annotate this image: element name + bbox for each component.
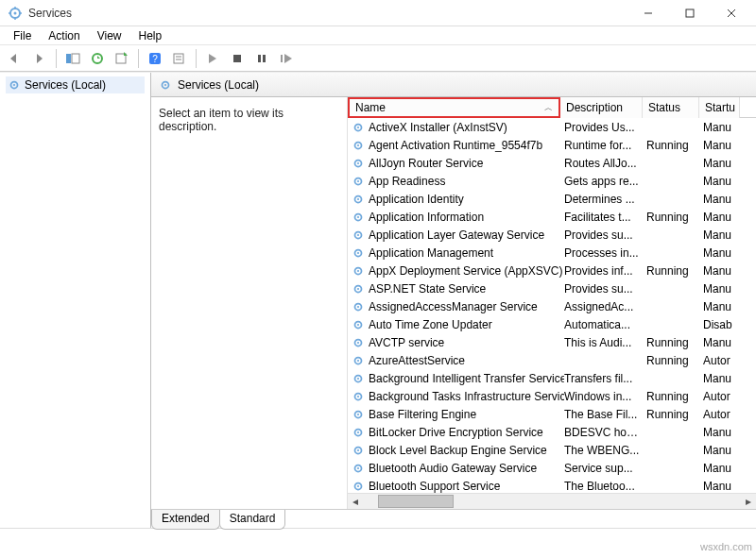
refresh-button[interactable] — [111, 48, 133, 69]
service-row[interactable]: Bluetooth Audio Gateway ServiceService s… — [348, 459, 756, 477]
service-name-cell: ActiveX Installer (AxInstSV) — [352, 121, 564, 134]
service-row[interactable]: Background Intelligent Transfer ServiceT… — [348, 369, 756, 387]
service-name-cell: Agent Activation Runtime_9554f7b — [352, 139, 564, 152]
service-row[interactable]: ActiveX Installer (AxInstSV)Provides Us.… — [348, 118, 756, 136]
service-desc-cell: The WBENG... — [564, 444, 646, 457]
details-pane: Services (Local) Select an item to view … — [151, 73, 756, 528]
service-row[interactable]: AzureAttestServiceRunningAutor — [348, 351, 756, 369]
service-rows[interactable]: ActiveX Installer (AxInstSV)Provides Us.… — [348, 118, 756, 493]
gear-icon — [352, 372, 365, 385]
gear-icon — [352, 300, 365, 313]
horizontal-scrollbar[interactable]: ◂ ▸ — [348, 493, 756, 509]
service-startup-cell: Manu — [703, 157, 744, 170]
svg-marker-23 — [209, 54, 216, 63]
tree-root-services-local[interactable]: Services (Local) — [6, 76, 145, 93]
svg-point-54 — [357, 305, 359, 307]
column-startup[interactable]: Startu — [699, 97, 740, 118]
service-row[interactable]: BitLocker Drive Encryption ServiceBDESVC… — [348, 423, 756, 441]
menu-help[interactable]: Help — [131, 28, 170, 43]
svg-rect-20 — [174, 54, 183, 63]
service-name-label: Application Layer Gateway Service — [369, 228, 544, 242]
show-hide-tree-button[interactable] — [61, 48, 84, 69]
service-name-label: Background Intelligent Transfer Service — [369, 372, 564, 385]
service-row[interactable]: ASP.NET State ServiceProvides su...Manu — [348, 279, 756, 297]
service-name-label: Application Information — [369, 211, 484, 224]
service-name-label: Bluetooth Support Service — [369, 480, 500, 493]
help-button[interactable]: ? — [144, 48, 166, 69]
service-name-cell: App Readiness — [352, 175, 564, 188]
gear-icon — [159, 78, 172, 92]
svg-rect-24 — [233, 55, 241, 62]
scroll-right-icon[interactable]: ▸ — [741, 495, 756, 508]
service-desc-cell: Runtime for... — [564, 139, 646, 152]
view-tabs: Extended Standard — [151, 509, 756, 528]
service-row[interactable]: AllJoyn Router ServiceRoutes AllJo...Man… — [348, 154, 756, 172]
start-service-button[interactable] — [201, 48, 224, 69]
stop-service-button[interactable] — [226, 48, 249, 69]
gear-icon — [8, 78, 21, 92]
service-row[interactable]: Application Layer Gateway ServiceProvide… — [348, 226, 756, 244]
service-row[interactable]: Bluetooth Support ServiceThe Bluetoo...M… — [348, 477, 756, 493]
export-list-button[interactable] — [86, 48, 109, 69]
back-button[interactable] — [4, 48, 26, 69]
svg-point-42 — [357, 197, 359, 199]
service-row[interactable]: Agent Activation Runtime_9554f7bRuntime … — [348, 136, 756, 154]
minimize-button[interactable] — [627, 0, 669, 26]
maximize-button[interactable] — [669, 0, 711, 26]
close-button[interactable] — [711, 0, 752, 26]
service-row[interactable]: App ReadinessGets apps re...Manu — [348, 172, 756, 190]
forward-button[interactable] — [28, 48, 51, 69]
menu-file[interactable]: File — [6, 28, 39, 43]
properties-button[interactable] — [168, 48, 191, 69]
column-description[interactable]: Description — [560, 97, 643, 118]
gear-icon — [352, 282, 365, 296]
service-name-cell: ASP.NET State Service — [352, 282, 564, 296]
gear-icon — [352, 264, 365, 278]
service-row[interactable]: AssignedAccessManager ServiceAssignedAc.… — [348, 297, 756, 315]
restart-service-button[interactable] — [275, 48, 298, 69]
service-row[interactable]: Application ManagementProcesses in...Man… — [348, 244, 756, 262]
service-startup-cell: Manu — [703, 139, 744, 152]
service-row[interactable]: AppX Deployment Service (AppXSVC)Provide… — [348, 262, 756, 279]
service-row[interactable]: Background Tasks Infrastructure ServiceW… — [348, 387, 756, 405]
svg-point-44 — [357, 215, 359, 217]
service-startup-cell: Manu — [703, 175, 744, 188]
gear-icon — [352, 211, 365, 224]
service-startup-cell: Manu — [703, 228, 744, 242]
status-bar — [0, 528, 756, 558]
svg-rect-13 — [72, 54, 79, 63]
column-name[interactable]: Name ︿ — [348, 97, 560, 118]
service-name-label: Application Identity — [369, 193, 464, 206]
column-status[interactable]: Status — [643, 97, 699, 118]
gear-icon — [352, 121, 365, 134]
service-row[interactable]: Auto Time Zone UpdaterAutomatica...Disab — [348, 315, 756, 333]
service-startup-cell: Autor — [703, 354, 744, 367]
service-name-label: AVCTP service — [369, 336, 444, 349]
tab-extended[interactable]: Extended — [151, 510, 220, 530]
svg-marker-10 — [10, 54, 16, 63]
svg-point-56 — [357, 323, 359, 325]
svg-point-38 — [357, 161, 359, 163]
service-name-cell: BitLocker Drive Encryption Service — [352, 426, 564, 439]
window-title: Services — [28, 7, 72, 20]
service-desc-cell: Provides inf... — [564, 264, 646, 278]
service-startup-cell: Manu — [703, 211, 744, 224]
svg-point-48 — [357, 251, 359, 253]
service-startup-cell: Manu — [703, 426, 744, 439]
service-row[interactable]: Base Filtering EngineThe Base Fil...Runn… — [348, 405, 756, 423]
description-hint: Select an item to view its description. — [159, 107, 284, 133]
tab-standard[interactable]: Standard — [219, 510, 286, 530]
menu-action[interactable]: Action — [41, 28, 87, 43]
service-row[interactable]: Application InformationFacilitates t...R… — [348, 208, 756, 226]
service-name-cell: AllJoyn Router Service — [352, 157, 564, 170]
scroll-thumb[interactable] — [378, 495, 454, 508]
service-row[interactable]: AVCTP serviceThis is Audi...RunningManu — [348, 333, 756, 351]
pause-service-button[interactable] — [250, 48, 273, 69]
menu-view[interactable]: View — [90, 28, 129, 43]
service-name-label: AppX Deployment Service (AppXSVC) — [369, 264, 562, 278]
service-row[interactable]: Application IdentityDetermines ...Manu — [348, 190, 756, 208]
service-row[interactable]: Block Level Backup Engine ServiceThe WBE… — [348, 441, 756, 459]
scroll-left-icon[interactable]: ◂ — [348, 495, 363, 508]
gear-icon — [352, 228, 365, 242]
svg-rect-7 — [686, 9, 694, 17]
